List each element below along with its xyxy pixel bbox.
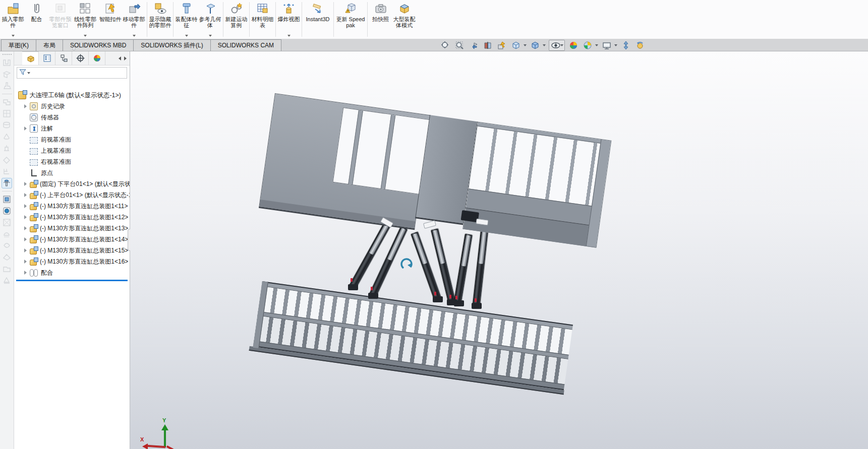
left-toolbar-icon-03[interactable] — [2, 81, 12, 91]
dropdown-caret[interactable] — [133, 35, 136, 37]
left-toolbar-icon-10[interactable] — [2, 167, 12, 176]
hide-show-items-caret[interactable] — [560, 44, 563, 46]
toolbar-drag-grip[interactable] — [2, 53, 12, 56]
dropdown-caret[interactable] — [84, 35, 87, 37]
reference-geometry-button[interactable]: 参考几何体 — [198, 0, 222, 39]
mate-button[interactable]: 配合 — [25, 0, 48, 39]
left-toolbar-icon-05[interactable] — [2, 109, 12, 118]
scroll-right-icon[interactable] — [124, 56, 127, 60]
view-orientation-icon[interactable] — [510, 40, 522, 50]
view-orientation-caret[interactable] — [524, 44, 527, 46]
left-toolbar-icon-15[interactable] — [2, 229, 12, 239]
tree-item-upper-platform[interactable]: (-) 上平台01<1> (默认<显示状态-1>) — [14, 189, 130, 201]
tree-item-cylinder-13[interactable]: (-) M130方形直连缸总装图1<13> — [14, 223, 130, 234]
expand-arrow[interactable] — [24, 248, 27, 252]
tree-item-lower-platform[interactable]: (固定) 下平台01<1> (默认<显示状态-1>) — [14, 178, 130, 189]
edit-appearance-icon[interactable] — [568, 40, 579, 50]
insert-components-button[interactable]: 插入零部件 — [1, 0, 25, 39]
filter-funnel-icon[interactable] — [19, 68, 27, 78]
tree-item-right-plane[interactable]: 右视基准面 — [14, 156, 130, 167]
left-toolbar-icon-11-active[interactable] — [2, 178, 12, 188]
hide-show-items-button[interactable] — [549, 40, 565, 51]
tree-item-cylinder-16[interactable]: (-) M130方形直连缸总装图1<16> — [14, 256, 130, 267]
tree-item-cylinder-15[interactable]: (-) M130方形直连缸总装图1<15> — [14, 245, 130, 256]
left-toolbar-icon-19[interactable] — [2, 276, 12, 285]
tab-featuremanager-tree[interactable] — [22, 51, 39, 65]
left-toolbar-icon-12[interactable] — [2, 195, 12, 204]
panel-collapse-handle[interactable] — [72, 47, 76, 50]
display-style-caret[interactable] — [543, 44, 546, 46]
apply-scene-icon[interactable] — [582, 40, 593, 50]
large-assembly-mode-button[interactable]: 大型装配体模式 — [392, 0, 416, 39]
left-toolbar-icon-09[interactable] — [2, 155, 12, 165]
expand-arrow[interactable] — [24, 226, 27, 230]
tree-item-cylinder-12[interactable]: (-) M130方形直连缸总装图1<12> — [14, 212, 130, 223]
instant3d-button[interactable]: Instant3D — [303, 0, 332, 39]
zoom-to-fit-icon[interactable] — [440, 40, 451, 50]
expand-arrow[interactable] — [24, 104, 27, 108]
tree-item-front-plane[interactable]: 前视基准面 — [14, 134, 130, 145]
left-toolbar-icon-08[interactable] — [2, 144, 12, 153]
apply-scene-caret[interactable] — [595, 44, 598, 46]
scroll-left-icon[interactable] — [119, 56, 121, 60]
left-toolbar-icon-01[interactable] — [2, 58, 12, 68]
take-snapshot-button[interactable]: 拍快照 — [369, 0, 392, 39]
tab-configurationmanager[interactable] — [55, 51, 72, 65]
tab-solidworks-addins[interactable]: SOLIDWORKS 插件(L) — [133, 39, 210, 51]
linear-component-pattern-button[interactable]: 线性零部件阵列 — [72, 0, 98, 39]
filter-caret[interactable] — [27, 72, 30, 74]
expand-arrow[interactable] — [24, 260, 27, 264]
show-hidden-components-button[interactable]: 显示隐藏的零部件 — [148, 0, 172, 39]
tree-item-history[interactable]: 历史记录 — [14, 101, 130, 112]
expand-arrow[interactable] — [24, 126, 27, 131]
display-style-icon[interactable] — [530, 40, 541, 50]
left-toolbar-icon-07[interactable] — [2, 132, 12, 142]
left-toolbar-icon-16[interactable] — [2, 241, 12, 250]
tab-solidworks-cam[interactable]: SOLIDWORKS CAM — [210, 39, 281, 51]
filter-input[interactable] — [32, 69, 125, 78]
tab-propertymanager[interactable] — [39, 51, 55, 65]
expand-arrow[interactable] — [24, 237, 27, 241]
left-toolbar-icon-06[interactable] — [2, 120, 12, 130]
section-view-icon[interactable] — [482, 40, 493, 50]
left-toolbar-icon-17[interactable] — [2, 252, 12, 262]
exploded-view-button[interactable]: 爆炸视图 — [277, 0, 301, 39]
zoom-to-area-icon[interactable] — [454, 40, 465, 50]
left-toolbar-icon-13[interactable] — [2, 206, 12, 216]
3d-drawing-views-icon[interactable] — [620, 40, 631, 50]
previous-view-icon[interactable] — [468, 40, 479, 50]
tree-item-annotations[interactable]: 注解 — [14, 123, 130, 134]
dynamic-annotation-views-icon[interactable] — [496, 40, 507, 50]
bill-of-materials-button[interactable]: 材料明细表 — [251, 0, 274, 39]
expand-arrow[interactable] — [24, 215, 27, 219]
left-toolbar-icon-02[interactable] — [2, 70, 12, 79]
tree-item-mates[interactable]: 配合 — [14, 267, 130, 278]
assembly-features-button[interactable]: 装配体特征 — [175, 0, 198, 39]
tab-layout[interactable]: 布局 — [36, 39, 63, 51]
component-preview-window-button[interactable]: 零部件预览窗口 — [48, 0, 72, 39]
tree-item-assembly-root[interactable]: 大连理工6轴 (默认<显示状态-1>) — [14, 90, 130, 101]
expand-arrow[interactable] — [24, 193, 27, 197]
tree-item-top-plane[interactable]: 上视基准面 — [14, 145, 130, 156]
left-toolbar-icon-14[interactable] — [2, 218, 12, 227]
dropdown-caret[interactable] — [287, 35, 291, 37]
tree-item-sensors[interactable]: 传感器 — [14, 112, 130, 123]
rotate-view-icon[interactable] — [634, 40, 646, 50]
view-settings-icon[interactable] — [601, 40, 612, 50]
left-toolbar-icon-04[interactable] — [2, 97, 12, 107]
view-settings-caret[interactable] — [614, 44, 617, 46]
dropdown-caret[interactable] — [185, 35, 188, 37]
move-component-button[interactable]: 移动零部件 — [122, 0, 146, 39]
tab-sketch[interactable]: 草图(K) — [1, 39, 36, 51]
graphics-viewport[interactable]: Y X — [130, 51, 868, 449]
expand-arrow[interactable] — [24, 271, 27, 275]
expand-arrow[interactable] — [24, 204, 27, 208]
dropdown-caret[interactable] — [12, 35, 15, 37]
tab-displaymanager[interactable] — [89, 51, 105, 65]
new-motion-study-button[interactable]: 新建运动算例 — [224, 0, 248, 39]
left-toolbar-icon-18[interactable] — [2, 264, 12, 274]
tree-item-cylinder-11[interactable]: (-) M130方形直连缸总装图1<11> — [14, 201, 130, 212]
rollback-bar[interactable] — [16, 280, 128, 281]
tab-dimxpertmanager[interactable] — [72, 51, 89, 65]
tree-item-cylinder-14[interactable]: (-) M130方形直连缸总装图1<14> — [14, 234, 130, 245]
